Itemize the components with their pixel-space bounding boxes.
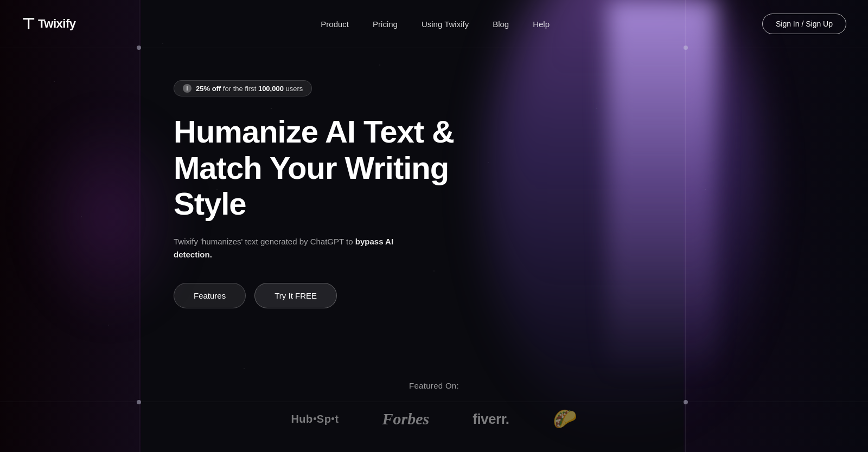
promo-badge: i 25% off for the first 100,000 users — [174, 80, 312, 96]
featured-section: Featured On: HubSpt Forbes fiverr. 🌮 — [0, 370, 868, 452]
promo-text: 25% off for the first 100,000 users — [196, 85, 303, 93]
logo-fiverr: fiverr. — [473, 411, 509, 428]
logo-link[interactable]: ⊤ Twixify — [22, 15, 75, 33]
nav-product[interactable]: Product — [311, 15, 359, 33]
hero-subtext-pre: Twixify 'humanizes' text generated by Ch… — [174, 237, 355, 246]
hero-subtext: Twixify 'humanizes' text generated by Ch… — [174, 235, 412, 261]
nav-blog[interactable]: Blog — [483, 15, 519, 33]
hero-buttons: Features Try It FREE — [174, 283, 868, 308]
features-button[interactable]: Features — [174, 283, 246, 308]
signin-button[interactable]: Sign In / Sign Up — [762, 14, 846, 34]
hero-heading: Humanize AI Text & Match Your Writing St… — [174, 114, 477, 222]
main-content: i 25% off for the first 100,000 users Hu… — [0, 48, 868, 452]
try-free-button[interactable]: Try It FREE — [254, 283, 337, 308]
logo-icon: ⊤ — [22, 15, 34, 33]
logo-hubspot: HubSpt — [291, 413, 339, 425]
logo-taco: 🌮 — [553, 408, 577, 430]
hero-section: i 25% off for the first 100,000 users Hu… — [0, 48, 868, 370]
navbar: ⊤ Twixify Product Pricing Using Twixify … — [0, 0, 868, 48]
featured-logos: HubSpt Forbes fiverr. 🌮 — [0, 408, 868, 430]
nav-using-twixify[interactable]: Using Twixify — [412, 15, 478, 33]
info-icon: i — [183, 84, 192, 93]
featured-label: Featured On: — [0, 381, 868, 390]
logo-text: Twixify — [38, 17, 75, 31]
nav-help[interactable]: Help — [523, 15, 559, 33]
nav-links: Product Pricing Using Twixify Blog Help — [108, 15, 762, 33]
logo-forbes: Forbes — [382, 410, 430, 428]
nav-cta: Sign In / Sign Up — [762, 14, 846, 34]
nav-pricing[interactable]: Pricing — [363, 15, 407, 33]
